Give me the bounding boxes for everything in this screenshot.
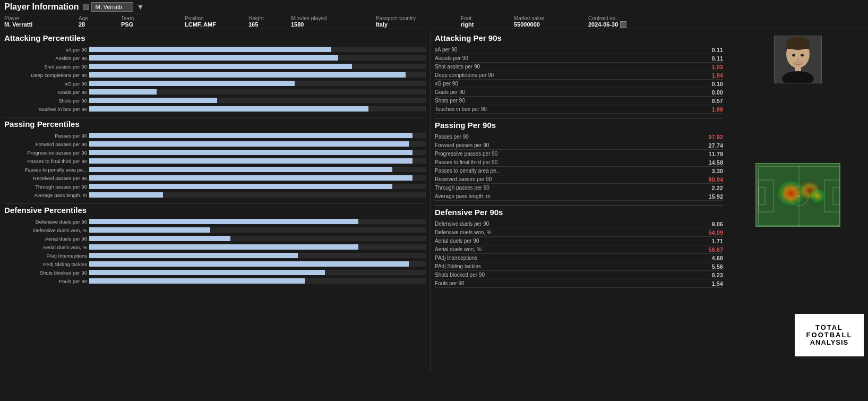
stat-row: xG per 900.10 xyxy=(435,80,723,88)
pitch-lines-svg xyxy=(757,164,840,227)
stat-value: 1.94 xyxy=(697,72,723,79)
stat-value: 27.74 xyxy=(697,142,723,149)
bar-fill xyxy=(89,141,409,147)
stat-name: Shot assists per 90 xyxy=(435,64,480,70)
stat-row: PAdj Sliding tackles5.56 xyxy=(435,262,723,271)
bar-label: Through passes per 90 xyxy=(4,184,89,190)
bar-row: Through passes per 90 xyxy=(4,183,426,190)
info-player: Player M. Verratti xyxy=(4,15,79,28)
bar-fill xyxy=(89,227,210,233)
stat-row: Defensive duels won, %54.09 xyxy=(435,228,723,237)
stat-value: 1.71 xyxy=(697,238,723,244)
bar-fill xyxy=(89,81,295,86)
bar-fill xyxy=(89,167,392,172)
player-checkbox[interactable] xyxy=(83,4,89,10)
player-dropdown[interactable]: M. Verratti xyxy=(91,2,133,12)
bar-track xyxy=(89,278,426,284)
bar-track xyxy=(89,55,426,61)
defensive-per90-list: Defensive duels per 909.06Defensive duel… xyxy=(435,220,723,288)
team-value: PSG xyxy=(121,21,185,28)
svg-rect-3 xyxy=(786,41,810,49)
attacking-per90-section: Attacking Per 90s xA per 900.11Assists p… xyxy=(435,33,723,114)
bar-row: Shots blocked per 90 xyxy=(4,269,426,276)
bar-row: Received passes per 90 xyxy=(4,174,426,182)
info-position: Position LCMF, AMF xyxy=(185,15,248,28)
info-minutes: Minutes played 1580 xyxy=(291,15,376,28)
stat-name: Shots blocked per 90 xyxy=(435,272,485,278)
stat-name: Aerial duels per 90 xyxy=(435,238,479,244)
stat-name: xG per 90 xyxy=(435,81,458,87)
stat-row: Shots per 900.57 xyxy=(435,97,723,105)
attacking-per90-title: Attacking Per 90s xyxy=(435,33,723,42)
logo-line1: TOTAL xyxy=(815,324,843,331)
defensive-percentiles-chart: Defensive duels per 90Defensive duels wo… xyxy=(4,218,426,285)
player-label: Player xyxy=(4,15,79,21)
bar-track xyxy=(89,133,426,138)
stat-row: Progressive passes per 9011.79 xyxy=(435,150,723,158)
bar-row: Average pass length, m xyxy=(4,191,426,199)
stat-name: Goals per 90 xyxy=(435,89,465,95)
foot-label: Foot xyxy=(461,15,514,21)
page-title: Player Information xyxy=(4,2,79,12)
bar-track xyxy=(89,89,426,95)
svg-point-21 xyxy=(807,186,828,206)
stat-name: Passes per 90 xyxy=(435,134,469,140)
stat-row: Shots blocked per 900.23 xyxy=(435,271,723,279)
info-height: Height 165 xyxy=(248,15,291,28)
svg-point-6 xyxy=(792,54,795,57)
stat-value: 0.10 xyxy=(697,81,723,87)
player-info-bar: Player M. Verratti Age 28 Team PSG Posit… xyxy=(0,14,868,29)
stat-row: Assists per 900.11 xyxy=(435,54,723,63)
bar-label: Aerial duels per 90 xyxy=(4,236,89,242)
stat-row: xA per 900.11 xyxy=(435,46,723,54)
player-photo-svg xyxy=(775,36,821,83)
stat-name: Touches in box per 90 xyxy=(435,106,487,112)
bar-label: Goals per 90 xyxy=(4,89,89,95)
bar-row: Passes per 90 xyxy=(4,132,426,139)
foot-value: right xyxy=(461,21,514,28)
stat-value: 56.67 xyxy=(697,246,723,253)
stat-value: 1.99 xyxy=(697,106,723,113)
dropdown-arrow-icon: ▼ xyxy=(136,3,144,11)
bar-track xyxy=(89,158,426,164)
market-value: 55000000 xyxy=(514,21,588,28)
bar-label: Average pass length, m xyxy=(4,192,89,198)
stat-row: Fouls per 901.54 xyxy=(435,279,723,288)
contract-checkbox[interactable] xyxy=(620,21,626,28)
header: Player Information M. Verratti ▼ xyxy=(0,0,868,14)
bar-track xyxy=(89,175,426,181)
stat-name: Fouls per 90 xyxy=(435,280,465,286)
bar-label: Deep completions per 90 xyxy=(4,72,89,78)
stat-name: Assists per 90 xyxy=(435,55,468,61)
bar-label: Passes to final third per 90 xyxy=(4,158,89,164)
logo-line3: ANALYSIS xyxy=(810,339,849,346)
contract-value: 2024-06-30 xyxy=(588,21,618,28)
bar-row: PAdj Interceptions xyxy=(4,252,426,259)
stat-name: PAdj Interceptions xyxy=(435,255,477,261)
bar-label: Progressive passes per 90 xyxy=(4,150,89,156)
player-selector[interactable]: M. Verratti ▼ xyxy=(83,2,144,12)
stat-value: 4.68 xyxy=(697,255,723,261)
heatmap-wrapper xyxy=(755,163,840,227)
stat-value: 54.09 xyxy=(697,229,723,236)
passing-percentiles-title: Passing Percentiles xyxy=(4,120,426,129)
stat-value: 0.00 xyxy=(697,89,723,96)
bar-fill xyxy=(89,244,358,250)
bar-row: xG per 90 xyxy=(4,80,426,87)
stat-row: Defensive duels per 909.06 xyxy=(435,220,723,228)
passport-value: Italy xyxy=(376,21,461,28)
position-value: LCMF, AMF xyxy=(185,21,248,28)
bar-fill xyxy=(89,98,217,103)
attacking-percentiles-chart: xA per 90Assists per 90Shot assists per … xyxy=(4,46,426,113)
attacking-percentiles-section: Attacking Percentiles xA per 90Assists p… xyxy=(4,33,426,113)
bar-fill xyxy=(89,175,412,181)
passport-label: Passport country xyxy=(376,15,461,21)
bar-label: Shots per 90 xyxy=(4,98,89,104)
bar-row: Passes to penalty area pe... xyxy=(4,166,426,173)
bar-row: Passes to final third per 90 xyxy=(4,157,426,165)
position-label: Position xyxy=(185,15,248,21)
bar-fill xyxy=(89,192,163,198)
bar-fill xyxy=(89,72,406,78)
stat-value: 9.06 xyxy=(697,221,723,227)
bar-fill xyxy=(89,270,325,275)
